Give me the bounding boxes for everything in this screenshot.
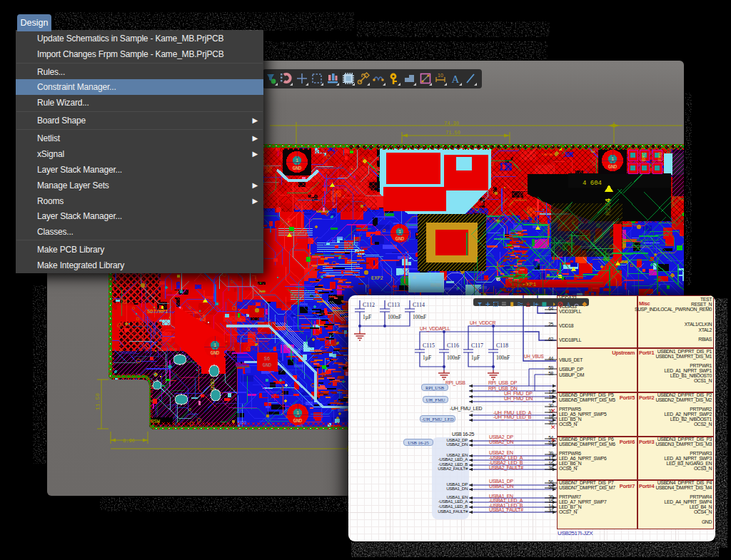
svg-text:GND: GND	[263, 362, 272, 368]
svg-text:GND: GND	[211, 350, 220, 356]
svg-text:GND: GND	[395, 236, 405, 242]
svg-text:A: A	[566, 301, 571, 308]
svg-text:1: 1	[213, 342, 216, 348]
svg-text:SD7/RPI: SD7/RPI	[147, 309, 168, 315]
svg-text:1: 1	[398, 229, 401, 235]
svg-text:USB2: USB2	[210, 378, 216, 390]
svg-text:GND: GND	[608, 164, 617, 170]
svg-text:10: 10	[438, 73, 443, 78]
svg-text:4 604: 4 604	[583, 180, 602, 187]
svg-text:1: 1	[611, 156, 614, 162]
svg-text:EXP2: EXP2	[371, 275, 383, 281]
svg-text:1: 1	[296, 410, 299, 416]
svg-text:1: 1	[296, 158, 298, 163]
svg-text:A: A	[452, 73, 460, 85]
svg-text:GND: GND	[293, 166, 302, 171]
svg-text:S6: S6	[264, 356, 270, 362]
